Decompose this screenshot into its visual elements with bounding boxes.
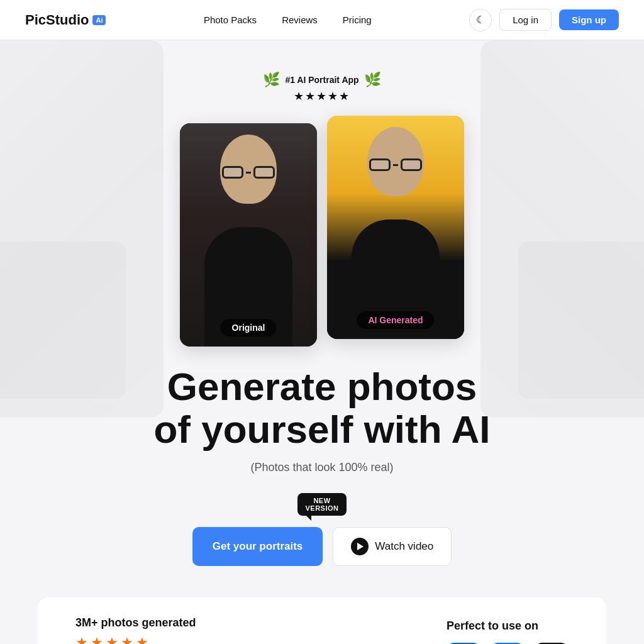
get-portraits-button[interactable]: Get your portraits (192, 527, 323, 566)
ai-portrait-card: AI Generated (327, 116, 464, 339)
new-version-wrapper: NEW VERSION (297, 493, 346, 516)
star-1: ★ (75, 635, 88, 644)
nav-reviews[interactable]: Reviews (282, 14, 318, 25)
hero-title: Generate photos of yourself with AI (0, 365, 644, 451)
nav-photo-packs[interactable]: Photo Packs (204, 14, 257, 25)
nose-bridge (246, 172, 251, 174)
original-figure (180, 123, 317, 347)
cta-buttons: Get your portraits Watch video (0, 527, 644, 566)
navbar: PicStudio Ai Photo Packs Reviews Pricing… (0, 0, 644, 40)
star-4: ★ (121, 635, 133, 644)
original-card-label: Original (221, 319, 277, 336)
left-lens-ai (369, 158, 391, 171)
logo-text: PicStudio (25, 12, 89, 28)
proof-left: 3M+ photos generated ★ ★ ★ ★ ★ (75, 616, 196, 644)
proof-stars: ★ ★ ★ ★ ★ (75, 635, 196, 644)
star-2: ★ (91, 635, 103, 644)
play-triangle-icon (357, 543, 364, 550)
laurel-right-icon: 🌿 (364, 72, 381, 88)
hero-section: 🌿 #1 AI Portrait App 🌿 ★★★★★ Original (0, 40, 644, 644)
left-lens (222, 166, 243, 179)
glasses-ai (369, 158, 422, 171)
watch-video-button[interactable]: Watch video (333, 527, 452, 566)
login-button[interactable]: Log in (499, 9, 552, 31)
nav-right: ☾ Log in Sign up (469, 9, 619, 31)
perfect-label: Perfect to use on (447, 619, 569, 633)
portrait-cards: Original AI Generated (0, 116, 644, 347)
signup-button[interactable]: Sign up (559, 9, 619, 30)
glasses-original (222, 166, 275, 179)
hero-title-line2: of yourself with AI (153, 408, 490, 451)
nose-bridge-ai (393, 164, 398, 166)
new-version-badge: NEW VERSION (297, 493, 346, 516)
hero-title-line1: Generate photos (167, 365, 477, 408)
laurel-left-icon: 🌿 (263, 72, 280, 88)
award-stars: ★★★★★ (294, 89, 350, 103)
theme-toggle-button[interactable]: ☾ (469, 9, 492, 31)
photos-count: 3M+ photos generated (75, 616, 196, 630)
new-version-line2: VERSION (305, 504, 338, 512)
ai-figure (327, 116, 464, 339)
play-icon (351, 538, 369, 555)
nav-links: Photo Packs Reviews Pricing (204, 14, 372, 25)
original-portrait-card: Original (180, 123, 317, 347)
right-lens-ai (401, 158, 422, 171)
watch-video-label: Watch video (375, 540, 433, 553)
logo-ai-badge: Ai (92, 15, 106, 25)
proof-right: Perfect to use on in f (447, 619, 569, 644)
social-proof-strip: 3M+ photos generated ★ ★ ★ ★ ★ Perfect t… (38, 597, 606, 644)
hero-subtitle: (Photos that look 100% real) (0, 461, 644, 474)
moon-icon: ☾ (476, 14, 485, 26)
star-5: ★ (136, 635, 148, 644)
nav-pricing[interactable]: Pricing (343, 14, 372, 25)
star-3: ★ (106, 635, 118, 644)
ai-card-label: AI Generated (357, 311, 434, 329)
new-version-line1: NEW (313, 497, 330, 504)
logo[interactable]: PicStudio Ai (25, 12, 106, 28)
award-badge: 🌿 #1 AI Portrait App 🌿 ★★★★★ (263, 72, 380, 103)
right-lens (253, 166, 275, 179)
award-text: #1 AI Portrait App (285, 75, 358, 85)
